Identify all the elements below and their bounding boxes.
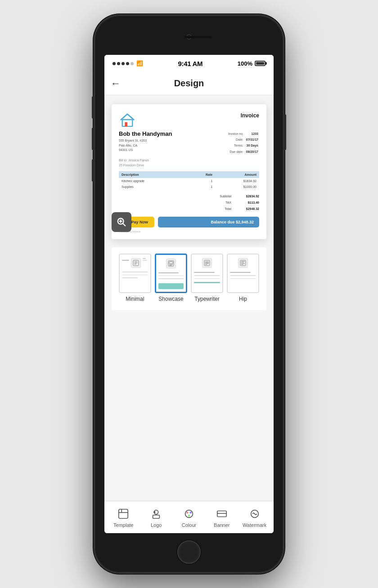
svg-rect-34 bbox=[217, 511, 226, 517]
back-button[interactable]: ← bbox=[111, 78, 121, 89]
bill-to: Bill to: Jessica Parker 25 Freedom Drive bbox=[119, 158, 259, 168]
invoice-meta-row: Bob the Handyman 555 Bryant St, #263 Pal… bbox=[119, 130, 259, 155]
svg-rect-19 bbox=[240, 260, 246, 266]
logo-icon bbox=[149, 507, 163, 521]
template-thumb-typewriter[interactable] bbox=[191, 254, 223, 293]
watermark-icon bbox=[248, 507, 261, 521]
invoice-info-table: Invoice no: 1203 Date: 07/31/17 Terms: 3… bbox=[227, 130, 259, 155]
col-rate: Rate bbox=[186, 171, 216, 178]
speaker bbox=[184, 36, 212, 38]
tab-label-banner: Banner bbox=[214, 522, 230, 528]
template-selector: Minimal Showcase Typewriter bbox=[112, 247, 266, 310]
battery-fill bbox=[256, 62, 264, 65]
template-options: Minimal Showcase Typewriter bbox=[116, 254, 262, 302]
svg-rect-14 bbox=[204, 260, 210, 266]
template-thumb-showcase[interactable] bbox=[155, 254, 187, 293]
template-option-typewriter[interactable]: Typewriter bbox=[191, 254, 223, 302]
template-label-hip: Hip bbox=[239, 296, 247, 302]
items-table: Description Rate Amount Kitchen upgrade1… bbox=[119, 171, 259, 190]
invoice-label: Invoice bbox=[241, 112, 259, 119]
tab-label-watermark: Watermark bbox=[243, 522, 266, 528]
invoice-card: Invoice Bob the Handyman 555 Bryant St, … bbox=[112, 104, 266, 239]
tab-label-template: Template bbox=[113, 522, 134, 528]
svg-rect-11 bbox=[169, 262, 173, 264]
template-thumb-minimal[interactable] bbox=[119, 254, 151, 293]
svg-point-33 bbox=[188, 514, 190, 517]
battery-icon bbox=[255, 61, 266, 66]
banner-icon bbox=[215, 507, 229, 521]
zoom-button[interactable] bbox=[112, 212, 131, 232]
nav-header: ← Design bbox=[104, 72, 274, 95]
tab-bar: Template Logo Colour Banner Watermark bbox=[104, 501, 274, 533]
tab-label-logo: Logo bbox=[151, 522, 162, 528]
template-icon bbox=[117, 507, 130, 521]
company-name: Bob the Handyman bbox=[119, 130, 172, 137]
page-title: Design bbox=[174, 78, 204, 89]
invoice-preview-wrapper: Invoice Bob the Handyman 555 Bryant St, … bbox=[112, 104, 266, 239]
totals-section: Subtotal $2834.92 TAX $113.40 Total $294… bbox=[119, 193, 259, 212]
svg-line-3 bbox=[123, 223, 125, 226]
tab-banner[interactable]: Banner bbox=[205, 507, 238, 528]
svg-rect-28 bbox=[153, 515, 160, 518]
template-option-minimal[interactable]: Minimal bbox=[119, 254, 151, 302]
pay-row: 🔒 Pay Now Balance due $2,948.32 bbox=[119, 217, 259, 227]
tab-logo[interactable]: Logo bbox=[140, 507, 173, 528]
balance-due-button[interactable]: Balance due $2,948.32 bbox=[158, 217, 259, 227]
home-button[interactable] bbox=[177, 540, 201, 564]
table-row: Kitchen upgrade1$1834.92 bbox=[119, 178, 259, 184]
svg-rect-24 bbox=[119, 509, 128, 518]
svg-point-31 bbox=[186, 511, 189, 513]
table-row: Supplies1$1000.00 bbox=[119, 184, 259, 190]
status-right: 100% bbox=[238, 60, 266, 67]
template-option-showcase[interactable]: Showcase bbox=[155, 254, 187, 302]
template-option-hip[interactable]: Hip bbox=[227, 254, 259, 302]
template-label-minimal: Minimal bbox=[126, 296, 144, 302]
template-label-showcase: Showcase bbox=[158, 296, 183, 302]
status-time: 9:41 AM bbox=[178, 60, 202, 67]
svg-point-32 bbox=[189, 511, 192, 513]
tab-colour[interactable]: Colour bbox=[173, 507, 206, 528]
status-bar: 📶 9:41 AM 100% bbox=[104, 55, 274, 72]
company-address: 555 Bryant St, #263 Palo Alto, CA 94301 … bbox=[119, 138, 172, 153]
svg-point-29 bbox=[154, 511, 155, 512]
template-thumb-hip[interactable] bbox=[227, 254, 259, 293]
svg-rect-1 bbox=[125, 122, 127, 126]
wifi-icon: 📶 bbox=[136, 60, 143, 67]
invoice-logo bbox=[119, 112, 136, 127]
colour-icon bbox=[182, 507, 196, 521]
phone-screen: 📶 9:41 AM 100% ← Design bbox=[104, 55, 274, 533]
tab-template[interactable]: Template bbox=[107, 507, 140, 528]
battery-label: 100% bbox=[238, 60, 252, 67]
col-description: Description bbox=[119, 171, 186, 178]
invoice-footer: Powered by Invoice bbox=[119, 230, 259, 233]
phone-shell: 📶 9:41 AM 100% ← Design bbox=[94, 15, 284, 573]
main-content: Invoice Bob the Handyman 555 Bryant St, … bbox=[104, 95, 274, 501]
signal-dots bbox=[112, 62, 134, 65]
tab-label-colour: Colour bbox=[182, 522, 196, 528]
zoom-icon bbox=[117, 217, 126, 227]
tab-watermark[interactable]: Watermark bbox=[238, 507, 271, 528]
template-label-typewriter: Typewriter bbox=[194, 296, 219, 302]
status-left: 📶 bbox=[112, 60, 143, 67]
invoice-header: Invoice bbox=[119, 112, 259, 127]
col-amount: Amount bbox=[215, 171, 259, 178]
